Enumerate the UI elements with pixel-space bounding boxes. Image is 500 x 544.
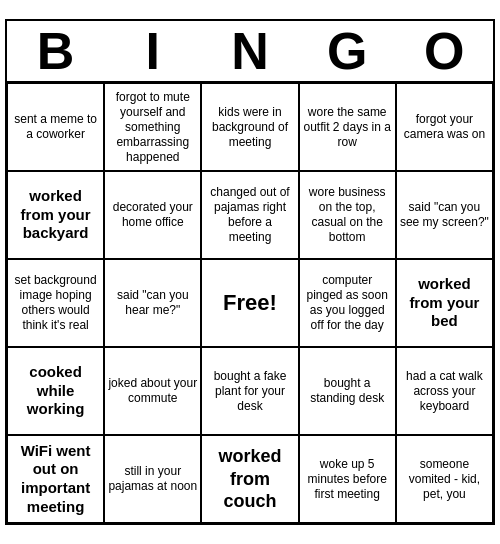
- letter-n: N: [205, 25, 295, 77]
- bingo-grid: sent a meme to a coworkerforgot to mute …: [7, 83, 493, 523]
- bingo-cell[interactable]: still in your pajamas at noon: [104, 435, 201, 523]
- bingo-cell[interactable]: bought a standing desk: [299, 347, 396, 435]
- bingo-cell[interactable]: joked about your commute: [104, 347, 201, 435]
- bingo-cell[interactable]: WiFi went out on important meeting: [7, 435, 104, 523]
- letter-b: B: [11, 25, 101, 77]
- bingo-cell[interactable]: cooked while working: [7, 347, 104, 435]
- bingo-cell[interactable]: sent a meme to a coworker: [7, 83, 104, 171]
- letter-g: G: [302, 25, 392, 77]
- bingo-cell[interactable]: changed out of pajamas right before a me…: [201, 171, 298, 259]
- bingo-cell[interactable]: said "can you hear me?": [104, 259, 201, 347]
- bingo-cell[interactable]: Free!: [201, 259, 298, 347]
- bingo-cell[interactable]: someone vomited - kid, pet, you: [396, 435, 493, 523]
- bingo-cell[interactable]: kids were in background of meeting: [201, 83, 298, 171]
- bingo-cell[interactable]: wore business on the top, casual on the …: [299, 171, 396, 259]
- letter-i: I: [108, 25, 198, 77]
- bingo-cell[interactable]: worked from your bed: [396, 259, 493, 347]
- bingo-cell[interactable]: computer pinged as soon as you logged of…: [299, 259, 396, 347]
- bingo-cell[interactable]: wore the same outfit 2 days in a row: [299, 83, 396, 171]
- bingo-cell[interactable]: decorated your home office: [104, 171, 201, 259]
- bingo-cell[interactable]: woke up 5 minutes before first meeting: [299, 435, 396, 523]
- bingo-cell[interactable]: forgot your camera was on: [396, 83, 493, 171]
- bingo-cell[interactable]: said "can you see my screen?": [396, 171, 493, 259]
- letter-o: O: [399, 25, 489, 77]
- bingo-cell[interactable]: had a cat walk across your keyboard: [396, 347, 493, 435]
- bingo-cell[interactable]: worked from couch: [201, 435, 298, 523]
- bingo-cell[interactable]: forgot to mute yourself and something em…: [104, 83, 201, 171]
- bingo-cell[interactable]: worked from your backyard: [7, 171, 104, 259]
- bingo-cell[interactable]: bought a fake plant for your desk: [201, 347, 298, 435]
- bingo-cell[interactable]: set background image hoping others would…: [7, 259, 104, 347]
- bingo-header: B I N G O: [7, 21, 493, 83]
- bingo-card: B I N G O sent a meme to a coworkerforgo…: [5, 19, 495, 525]
